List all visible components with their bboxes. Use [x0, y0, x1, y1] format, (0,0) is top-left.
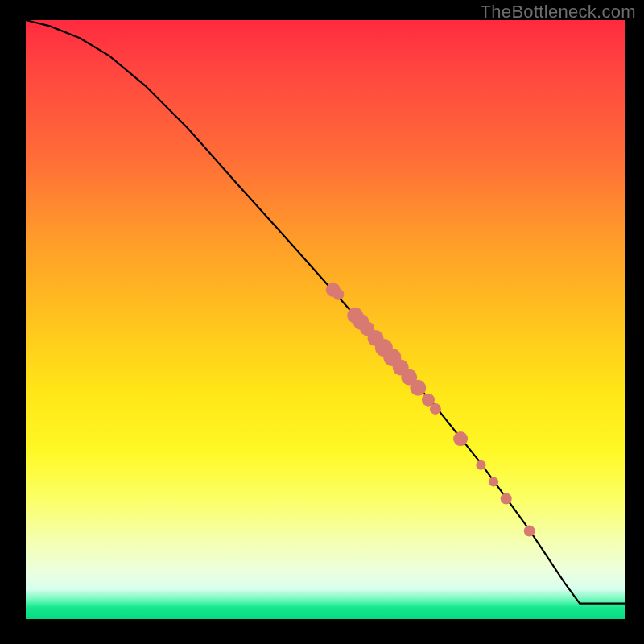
watermark-text: TheBottleneck.com [481, 2, 636, 23]
data-marker [332, 289, 344, 300]
chart-svg [26, 20, 625, 619]
data-marker [524, 526, 535, 537]
data-marker [410, 380, 426, 396]
data-marker [430, 403, 441, 415]
bottleneck-curve [26, 20, 625, 604]
data-marker [453, 431, 468, 446]
marker-group [326, 283, 535, 537]
data-marker [489, 477, 498, 487]
chart-frame: TheBottleneck.com [0, 0, 644, 644]
data-marker [501, 493, 512, 505]
data-marker [476, 460, 485, 470]
